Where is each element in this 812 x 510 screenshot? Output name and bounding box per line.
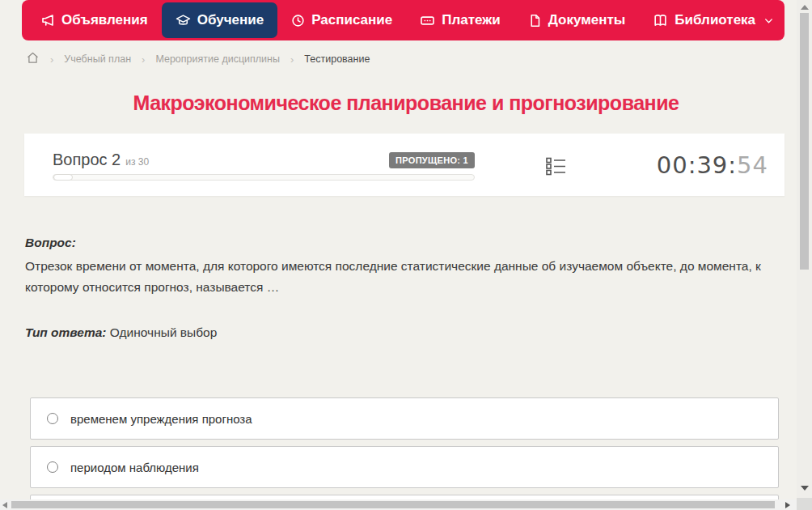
- horizontal-scrollbar-thumb[interactable]: [11, 501, 775, 508]
- scroll-left-arrow-icon[interactable]: [2, 502, 7, 508]
- horizontal-scrollbar[interactable]: [0, 499, 797, 510]
- answer-option-label: периодом наблюдения: [70, 461, 199, 474]
- nav-item-schedule[interactable]: Расписание: [277, 2, 406, 38]
- nav-item-label: Обучение: [197, 12, 264, 28]
- vertical-scrollbar[interactable]: [797, 0, 812, 498]
- question-text: Отрезок времени от момента, для которого…: [25, 256, 773, 298]
- chevron-down-icon: [763, 15, 774, 26]
- question-list-icon[interactable]: [545, 155, 567, 181]
- document-icon: [528, 14, 542, 28]
- nav-item-label: Платежи: [442, 12, 501, 28]
- skipped-badge: ПРОПУЩЕНО: 1: [389, 152, 475, 168]
- scroll-up-arrow-icon[interactable]: [801, 5, 809, 10]
- chevron-right-icon: ›: [290, 53, 294, 66]
- answer-option-label: временем упреждения прогноза: [70, 412, 252, 426]
- nav-item-payments[interactable]: Платежи: [406, 2, 514, 38]
- wallet-icon: [420, 13, 435, 28]
- megaphone-icon: [40, 13, 55, 28]
- breadcrumb-testing: Тестирование: [304, 53, 370, 65]
- scroll-down-arrow-icon[interactable]: [801, 486, 809, 491]
- nav-item-label: Объявления: [61, 12, 148, 28]
- breadcrumb-curriculum[interactable]: Учебный план: [64, 53, 131, 65]
- question-progress-block: Вопрос 2 из 30 ПРОПУЩЕНО: 1: [53, 151, 475, 181]
- question-header-card: Вопрос 2 из 30 ПРОПУЩЕНО: 1 00:39:54: [24, 134, 785, 196]
- question-heading: Вопрос:: [25, 236, 773, 250]
- question-block: Вопрос: Отрезок времени от момента, для …: [25, 236, 773, 340]
- nav-item-documents[interactable]: Документы: [514, 2, 640, 38]
- clock-icon: [291, 14, 305, 28]
- vertical-scrollbar-thumb[interactable]: [800, 13, 809, 270]
- page-title: Макроэкономическое планирование и прогно…: [0, 91, 812, 115]
- answer-option-2[interactable]: периодом наблюдения: [30, 446, 779, 488]
- nav-item-label: Библиотека: [675, 12, 755, 28]
- breadcrumb: › Учебный план › Мероприятие дисциплины …: [26, 50, 370, 68]
- top-navbar: Объявления Обучение Расписание Платежи Д…: [22, 0, 785, 40]
- home-icon[interactable]: [26, 51, 40, 67]
- nav-item-library[interactable]: Библиотека: [639, 2, 788, 38]
- answer-type-label: Тип ответа:: [25, 325, 107, 339]
- chevron-right-icon: ›: [50, 53, 53, 66]
- graduation-cap-icon: [176, 13, 191, 28]
- book-icon: [653, 13, 668, 28]
- answer-type-value: Одиночный выбор: [110, 325, 218, 339]
- chevron-right-icon: ›: [142, 53, 145, 66]
- timer-seconds: 54: [737, 151, 768, 179]
- breadcrumb-discipline-event[interactable]: Мероприятие дисциплины: [155, 53, 280, 65]
- scrollbar-corner: [797, 498, 812, 510]
- question-number: Вопрос 2: [53, 151, 121, 169]
- nav-item-announcements[interactable]: Объявления: [27, 2, 162, 38]
- nav-item-label: Документы: [548, 12, 626, 28]
- question-progress-bar[interactable]: [53, 174, 475, 181]
- question-total: из 30: [125, 156, 149, 169]
- radio-button[interactable]: [47, 413, 58, 424]
- radio-button[interactable]: [47, 461, 58, 473]
- timer-main: 00:39:: [657, 151, 737, 179]
- answer-options: временем упреждения прогноза периодом на…: [30, 397, 779, 510]
- scroll-right-arrow-icon[interactable]: [785, 502, 790, 508]
- nav-item-label: Расписание: [311, 12, 392, 28]
- nav-item-learning[interactable]: Обучение: [162, 2, 277, 38]
- progress-thumb: [53, 174, 73, 181]
- answer-option-1[interactable]: временем упреждения прогноза: [30, 397, 779, 440]
- timer: 00:39:54: [657, 151, 768, 179]
